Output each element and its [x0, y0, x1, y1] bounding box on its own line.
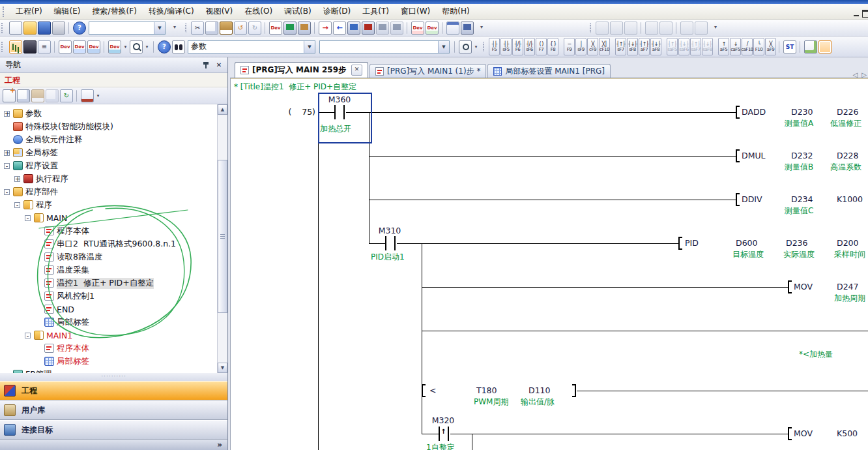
screen-display-icon[interactable] — [461, 22, 474, 35]
write-to-plc-icon[interactable]: → — [319, 22, 332, 35]
chevron-down-icon[interactable]: ▼ — [438, 41, 449, 53]
tree-item[interactable]: - MAIN1 — [0, 329, 217, 342]
ladder-symbol-button[interactable]: ( )F7 — [536, 38, 547, 55]
tree-expand-toggle[interactable]: - — [25, 333, 31, 338]
instruction-operand[interactable]: D236 — [786, 238, 807, 248]
menu-item[interactable]: 转换/编译(C) — [143, 4, 200, 19]
zoom-ratio-icon[interactable] — [459, 40, 472, 53]
device-display-stop-icon[interactable]: Dev — [426, 22, 439, 35]
compare-operand[interactable]: T180 — [476, 385, 497, 396]
tree-item[interactable]: END — [0, 303, 217, 316]
instruction-operand[interactable]: D232 — [791, 151, 813, 161]
device-comment-icon[interactable]: Dev — [59, 40, 72, 53]
tree-item[interactable]: - MAIN — [0, 211, 217, 224]
instruction-operand[interactable]: D200 — [837, 238, 858, 248]
tree-expand-toggle[interactable]: - — [25, 215, 31, 221]
tree-expand-toggle[interactable]: + — [4, 150, 10, 156]
device-combo[interactable]: 参数 ▼ — [188, 40, 315, 53]
line-delete-icon[interactable] — [695, 22, 708, 35]
ladder-symbol-button[interactable]: ┤├sF5 — [500, 38, 512, 55]
instruction-operand[interactable]: D230 — [791, 107, 813, 117]
ladder-symbol-button[interactable]: ┤↑├aF7 — [639, 38, 650, 55]
tree-item[interactable]: 全局软元件注释 — [0, 133, 217, 146]
instruction-operand[interactable]: D247 — [837, 282, 858, 292]
help-icon[interactable]: ? — [73, 22, 86, 35]
menu-item[interactable]: 调试(B) — [278, 4, 317, 19]
instruction-op[interactable]: DMUL — [742, 151, 766, 161]
instruction-op[interactable]: DADD — [742, 107, 766, 117]
scrollbar-thumb[interactable] — [218, 160, 227, 313]
tree-item[interactable]: - 程序部件 — [0, 185, 217, 198]
instruction-operand[interactable]: D226 — [837, 107, 858, 117]
ladder-symbol-button[interactable]: { }F8 — [547, 38, 558, 55]
tree-item[interactable]: 温度采集 — [0, 263, 217, 277]
tree-item[interactable]: 局部标签 — [0, 316, 217, 329]
tab-prg-main[interactable]: [PRG]写入 MAIN 259步 ✕ — [235, 62, 368, 78]
tree-expand-toggle[interactable]: - — [4, 189, 10, 195]
minimize-icon[interactable] — [852, 9, 860, 18]
toolbar-overflow-icon[interactable]: ▾ — [709, 22, 722, 35]
statement-edit-icon[interactable] — [610, 22, 623, 35]
scroll-up-icon[interactable]: ▲ — [218, 104, 227, 115]
menu-item[interactable]: 搜索/替换(F) — [87, 4, 143, 19]
instruction-operand[interactable]: D600 — [736, 238, 757, 248]
compare-operand[interactable]: D110 — [528, 385, 550, 396]
save-icon[interactable] — [38, 22, 51, 35]
tree-item[interactable]: 程序本体 — [0, 342, 217, 355]
menu-item[interactable]: 在线(O) — [239, 4, 278, 19]
tree-item[interactable]: FB管理 — [0, 368, 217, 373]
chevron-down-icon[interactable]: ▼ — [154, 22, 165, 34]
contact-device-label[interactable]: M320 — [429, 415, 457, 426]
restore-icon[interactable] — [861, 9, 868, 18]
tree-item[interactable]: 风机控制1 — [0, 290, 217, 303]
toolbar-overflow-icon[interactable]: ▾ — [168, 22, 181, 35]
tree-item[interactable]: 读取8路温度 — [0, 250, 217, 263]
tree-expand-toggle[interactable]: + — [14, 176, 20, 182]
device-find-icon[interactable]: Dev — [269, 22, 282, 35]
inline-st-icon[interactable] — [804, 40, 817, 53]
read-from-plc-icon[interactable]: ← — [333, 22, 346, 35]
compare-op[interactable]: < — [429, 385, 436, 396]
monitor-pause-icon[interactable] — [376, 22, 389, 35]
instruction-operand[interactable]: D234 — [791, 194, 813, 205]
ladder-symbol-button[interactable]: ┤/├F6 — [512, 38, 523, 55]
tree-scrollbar[interactable]: ▲ ▼ — [217, 104, 227, 373]
ladder-symbol-button[interactable]: ↓caF5 — [730, 38, 741, 55]
menu-item[interactable]: 诊断(D) — [317, 4, 357, 19]
tree-item[interactable]: 温控1 修正+ PID+自整定 — [0, 277, 217, 290]
ladder-symbol-button[interactable]: ╳aF9 — [765, 38, 776, 55]
data-property-icon[interactable] — [46, 89, 59, 102]
monitor-resume-icon[interactable] — [390, 22, 403, 35]
tree-item[interactable]: - 程序 — [0, 198, 217, 211]
tab-local-label-main1[interactable]: 局部标签设置 MAIN1 [PRG] — [487, 64, 611, 78]
ladder-symbol-button[interactable]: │sF9 — [575, 38, 586, 55]
menu-item[interactable]: 视图(V) — [200, 4, 239, 19]
instruction-operand[interactable]: K500 — [837, 428, 858, 439]
menu-item[interactable]: 编辑(E) — [48, 4, 87, 19]
st-editor-icon[interactable]: ST — [783, 40, 796, 53]
device-batch-icon[interactable]: Dev — [87, 40, 100, 53]
sort-icon[interactable] — [81, 89, 94, 102]
device-display-menu-icon[interactable]: Dev — [108, 40, 121, 53]
jump-icon[interactable] — [446, 22, 459, 35]
tree-item[interactable]: + 全局标签 — [0, 146, 217, 159]
scroll-down-icon[interactable]: ▼ — [218, 363, 227, 373]
help-icon[interactable]: ? — [158, 40, 171, 53]
paste-icon[interactable] — [220, 22, 233, 35]
cross-reference-icon[interactable] — [172, 40, 185, 53]
menu-item[interactable]: 窗口(W) — [395, 4, 436, 19]
tree-item[interactable]: 程序本体 — [0, 224, 217, 237]
copy-data-icon[interactable] — [17, 89, 30, 102]
tree-expand-toggle[interactable]: - — [14, 202, 20, 208]
menu-item[interactable]: 工具(T) — [356, 4, 395, 19]
new-data-icon[interactable] — [3, 89, 16, 102]
instruction-op[interactable]: MOV — [794, 282, 813, 292]
ladder-symbol-button[interactable]: ╳cF9 — [587, 38, 598, 55]
ladder-monitor-icon[interactable] — [283, 22, 297, 35]
chevron-more-icon[interactable]: » — [217, 440, 222, 449]
ladder-symbol-button[interactable]: ─F9 — [564, 38, 575, 55]
refresh-icon[interactable]: ↻ — [60, 89, 73, 102]
tree-item[interactable]: - 程序设置 — [0, 159, 217, 172]
print-icon[interactable] — [52, 22, 65, 35]
tree-item[interactable]: 局部标签 — [0, 355, 217, 368]
